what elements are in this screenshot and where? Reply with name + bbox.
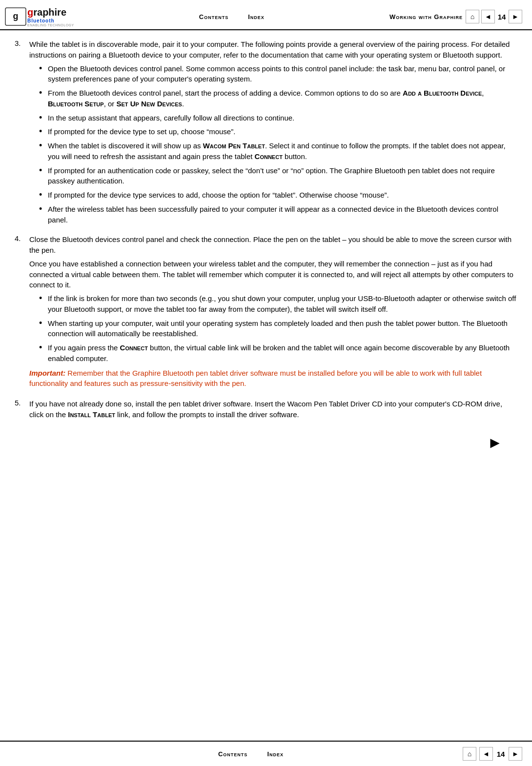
next-icon-header: ►	[512, 13, 519, 20]
footer-index-link[interactable]: Index	[267, 750, 284, 758]
header-contents-link[interactable]: Contents	[199, 13, 228, 20]
important-text: Remember that the Graphire Bluetooth pen…	[29, 369, 482, 388]
header-title: Working with Graphire	[389, 13, 463, 20]
list-item: • When starting up your computer, wait u…	[39, 318, 517, 340]
bullet-dot: •	[39, 63, 48, 74]
bullet-text-3: If prompted for the device type to set u…	[48, 126, 235, 137]
bullet-text-0: Open the Bluetooth devices control panel…	[48, 63, 517, 85]
bullet-dot: •	[39, 318, 48, 329]
prev-prev-button[interactable]: ◄	[481, 10, 495, 23]
item4-bullet-0: If the link is broken for more than two …	[48, 293, 517, 315]
list-item: • After the wireless tablet has been suc…	[39, 204, 517, 225]
footer: Contents Index ⌂ ◄ 14 ►	[0, 741, 532, 766]
item-3-bullets: • Open the Bluetooth devices control pan…	[39, 63, 517, 225]
list-item-5: 5. If you have not already done so, inst…	[15, 399, 517, 423]
list-item: • From the Bluetooth devices control pan…	[39, 88, 517, 109]
header-right: Working with Graphire ⌂ ◄ 14 ►	[389, 10, 522, 23]
footer-center-nav: Contents Index	[218, 750, 284, 758]
header-nav-icons: ⌂ ◄ 14 ►	[466, 10, 522, 23]
svg-text:g: g	[13, 11, 19, 21]
header: g graphire Bluetooth ENABLING TECHNOLOGY…	[0, 0, 532, 30]
footer-right: ⌂ ◄ 14 ►	[463, 747, 522, 761]
bullet-text-2: In the setup assistant that appears, car…	[48, 113, 294, 123]
bullet-dot: •	[39, 190, 48, 201]
header-left: g graphire Bluetooth ENABLING TECHNOLOGY	[5, 7, 74, 27]
footer-next-icon: ►	[512, 750, 519, 758]
important-note: Important: Remember that the Graphire Bl…	[29, 368, 517, 389]
footer-prev-icon: ◄	[483, 750, 490, 758]
header-page-number: 14	[497, 13, 507, 21]
bullet-dot: •	[39, 88, 48, 99]
bullet-dot: •	[39, 113, 48, 123]
bullet-text-4: When the tablet is discovered it will sh…	[48, 141, 517, 162]
home-button[interactable]: ⌂	[466, 10, 479, 23]
logo-image: g graphire Bluetooth ENABLING TECHNOLOGY	[5, 7, 74, 27]
bullet-text-1: From the Bluetooth devices control panel…	[48, 88, 517, 109]
bullet-text-7: After the wireless tablet has been succe…	[48, 204, 517, 225]
item4-bullet-1: When starting up your computer, wait unt…	[48, 318, 517, 340]
important-prefix: Important:	[29, 369, 65, 377]
header-index-link[interactable]: Index	[248, 13, 265, 20]
home-icon: ⌂	[471, 13, 474, 20]
list-item: • In the setup assistant that appears, c…	[39, 113, 517, 123]
logo: g graphire Bluetooth ENABLING TECHNOLOGY	[5, 7, 74, 27]
bullet-dot: •	[39, 165, 48, 176]
footer-contents-link[interactable]: Contents	[218, 750, 247, 758]
bullet-dot: •	[39, 293, 48, 304]
list-item: • If the link is broken for more than tw…	[39, 293, 517, 315]
graphire-logo-icon: g	[5, 7, 26, 26]
header-center-nav: Contents Index	[199, 13, 265, 20]
item-4-bullets: • If the link is broken for more than tw…	[39, 293, 517, 364]
bullet-dot: •	[39, 204, 48, 215]
main-content: 3. While the tablet is in discoverable m…	[0, 30, 532, 741]
bullet-dot: •	[39, 126, 48, 137]
bullet-dot: •	[39, 141, 48, 151]
logo-graphire-text: graphire	[27, 7, 74, 18]
item-5-number: 5.	[15, 399, 29, 407]
bullet-dot: •	[39, 343, 48, 353]
item-3-intro: While the tablet is in discoverable mode…	[29, 39, 517, 60]
footer-next-button[interactable]: ►	[509, 747, 522, 761]
item-4-number: 4.	[15, 234, 29, 242]
list-item: • If prompted for an authentication code…	[39, 165, 517, 187]
item4-bullet-2: If you again press the Connect button, t…	[48, 343, 517, 364]
footer-home-button[interactable]: ⌂	[463, 747, 476, 761]
item-3-content: While the tablet is in discoverable mode…	[29, 39, 517, 228]
list-item: • If you again press the Connect button,…	[39, 343, 517, 364]
page-wrapper: g graphire Bluetooth ENABLING TECHNOLOGY…	[0, 0, 532, 766]
footer-prev-button[interactable]: ◄	[479, 747, 493, 761]
item-5-text: If you have not already done so, install…	[29, 399, 517, 420]
footer-page-number: 14	[496, 750, 506, 758]
logo-tagline: ENABLING TECHNOLOGY	[27, 23, 74, 27]
item-4-para1: Close the Bluetooth devices control pane…	[29, 234, 517, 256]
list-item: • Open the Bluetooth devices control pan…	[39, 63, 517, 85]
list-item-4: 4. Close the Bluetooth devices control p…	[15, 234, 517, 393]
list-item: • If prompted for the device type servic…	[39, 190, 517, 201]
logo-bluetooth-text: Bluetooth	[27, 18, 74, 23]
item-4-para2: Once you have established a connection b…	[29, 259, 517, 290]
footer-home-icon: ⌂	[468, 750, 471, 758]
bullet-text-6: If prompted for the device type services…	[48, 190, 389, 201]
next-arrow-container: ►	[15, 429, 517, 457]
item-3-number: 3.	[15, 39, 29, 47]
list-item-3: 3. While the tablet is in discoverable m…	[15, 39, 517, 228]
bullet-text-5: If prompted for an authentication code o…	[48, 165, 517, 187]
prev-prev-icon: ◄	[485, 13, 491, 20]
list-item: • When the tablet is discovered it will …	[39, 141, 517, 162]
item-5-content: If you have not already done so, install…	[29, 399, 517, 423]
next-page-arrow[interactable]: ►	[487, 434, 503, 452]
item-4-content: Close the Bluetooth devices control pane…	[29, 234, 517, 393]
list-item: • If prompted for the device type to set…	[39, 126, 517, 137]
next-button-header[interactable]: ►	[509, 10, 522, 23]
